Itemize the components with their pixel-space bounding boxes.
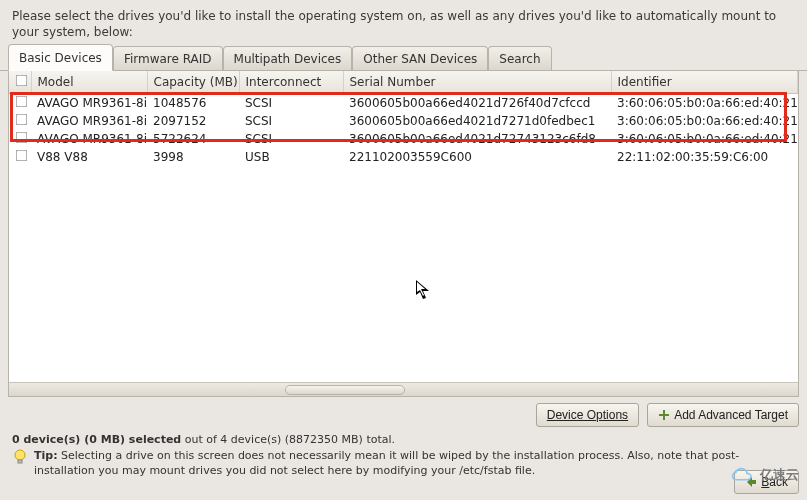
cell-serial: 3600605b00a66ed4021d726f40d7cfccd <box>343 94 611 113</box>
cell-serial: 3600605b00a66ed4021d7271d0fedbec1 <box>343 112 611 130</box>
cell-identifier: 3:60:06:05:b0:0a:66:ed:40:21:d7:27:1d:0f… <box>611 112 798 130</box>
cell-capacity: 5722624 <box>147 130 239 148</box>
selection-count: 0 device(s) (0 MB) selected <box>12 433 181 446</box>
header-select-all[interactable] <box>9 71 31 94</box>
device-options-label: Device Options <box>547 408 628 422</box>
instructions-text: Please select the drives you'd like to i… <box>0 0 807 44</box>
svg-rect-1 <box>18 460 22 463</box>
cell-serial: 3600605b00a66ed4021d72743123c6fd8 <box>343 130 611 148</box>
horizontal-scrollbar[interactable] <box>9 382 798 396</box>
row-checkbox[interactable] <box>16 96 28 108</box>
table-row[interactable]: AVAGO MR9361-8i 2097152 SCSI 3600605b00a… <box>9 112 798 130</box>
header-model[interactable]: Model <box>31 71 147 94</box>
footer: 0 device(s) (0 MB) selected out of 4 dev… <box>0 433 807 479</box>
tip-label: Tip: <box>34 449 58 462</box>
panel-button-row: Device Options Add Advanced Target <box>0 397 807 431</box>
cell-interconnect: SCSI <box>239 94 343 113</box>
tab-multipath-devices[interactable]: Multipath Devices <box>223 46 353 70</box>
device-table: Model Capacity (MB) Interconnect Serial … <box>9 71 798 166</box>
select-all-checkbox[interactable] <box>16 75 28 87</box>
table-row[interactable]: V88 V88 3998 USB 221102003559C600 22:11:… <box>9 148 798 166</box>
device-panel: Model Capacity (MB) Interconnect Serial … <box>8 71 799 397</box>
cell-identifier: 3:60:06:05:b0:0a:66:ed:40:21:d7:27:43:12… <box>611 130 798 148</box>
row-checkbox[interactable] <box>16 114 28 126</box>
tip-row: Tip: Selecting a drive on this screen do… <box>12 449 795 479</box>
cell-capacity: 2097152 <box>147 112 239 130</box>
tip-text: Selecting a drive on this screen does no… <box>34 449 739 477</box>
cell-identifier: 22:11:02:00:35:59:C6:00 <box>611 148 798 166</box>
cell-serial: 221102003559C600 <box>343 148 611 166</box>
plus-icon <box>658 409 670 421</box>
header-interconnect[interactable]: Interconnect <box>239 71 343 94</box>
add-advanced-target-label: Add Advanced Target <box>674 408 788 422</box>
device-options-button[interactable]: Device Options <box>536 403 639 427</box>
header-capacity[interactable]: Capacity (MB) <box>147 71 239 94</box>
cell-capacity: 3998 <box>147 148 239 166</box>
lightbulb-icon <box>12 449 28 465</box>
header-identifier[interactable]: Identifier <box>611 71 798 94</box>
header-serial[interactable]: Serial Number <box>343 71 611 94</box>
svg-point-0 <box>15 450 25 460</box>
cell-model: AVAGO MR9361-8i <box>31 94 147 113</box>
device-tabs: Basic Devices Firmware RAID Multipath De… <box>0 44 807 71</box>
cell-identifier: 3:60:06:05:b0:0a:66:ed:40:21:d7:26:f4:0d… <box>611 94 798 113</box>
selection-total: out of 4 device(s) (8872350 MB) total. <box>181 433 395 446</box>
table-row[interactable]: AVAGO MR9361-8i 1048576 SCSI 3600605b00a… <box>9 94 798 113</box>
cloud-icon <box>730 467 756 483</box>
cell-interconnect: SCSI <box>239 130 343 148</box>
watermark-text: 亿速云 <box>760 466 799 484</box>
cell-model: V88 V88 <box>31 148 147 166</box>
cell-model: AVAGO MR9361-8i <box>31 130 147 148</box>
cell-interconnect: SCSI <box>239 112 343 130</box>
tab-search[interactable]: Search <box>488 46 551 70</box>
cell-capacity: 1048576 <box>147 94 239 113</box>
tab-basic-devices[interactable]: Basic Devices <box>8 44 113 71</box>
device-table-wrapper: Model Capacity (MB) Interconnect Serial … <box>9 71 798 382</box>
cell-model: AVAGO MR9361-8i <box>31 112 147 130</box>
cell-interconnect: USB <box>239 148 343 166</box>
watermark: 亿速云 <box>730 466 799 484</box>
table-row[interactable]: AVAGO MR9361-8i 5722624 SCSI 3600605b00a… <box>9 130 798 148</box>
tab-firmware-raid[interactable]: Firmware RAID <box>113 46 223 70</box>
row-checkbox[interactable] <box>16 150 28 162</box>
scrollbar-thumb[interactable] <box>285 385 405 395</box>
tab-other-san-devices[interactable]: Other SAN Devices <box>352 46 488 70</box>
row-checkbox[interactable] <box>16 132 28 144</box>
add-advanced-target-button[interactable]: Add Advanced Target <box>647 403 799 427</box>
